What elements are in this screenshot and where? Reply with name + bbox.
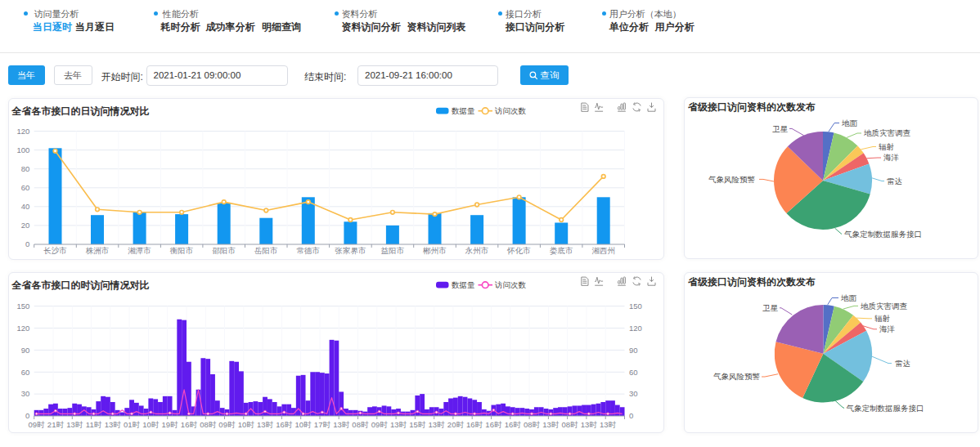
svg-text:13时: 13时: [542, 420, 560, 429]
svg-text:雷达: 雷达: [887, 177, 902, 186]
svg-text:地面: 地面: [840, 293, 857, 302]
svg-text:19时: 19时: [162, 420, 179, 429]
svg-text:湘潭市: 湘潭市: [128, 246, 151, 255]
svg-text:01时: 01时: [124, 420, 141, 429]
svg-text:衡阳市: 衡阳市: [170, 246, 194, 255]
svg-text:气象风险预警: 气象风险预警: [713, 372, 761, 381]
svg-text:雷达: 雷达: [895, 359, 910, 368]
svg-text:13时: 13时: [257, 420, 274, 429]
svg-text:邵阳市: 邵阳市: [212, 246, 236, 255]
svg-text:17时: 17时: [314, 420, 331, 429]
svg-text:11时: 11时: [86, 420, 102, 429]
svg-text:150: 150: [629, 302, 642, 311]
svg-text:13时: 13时: [581, 420, 598, 429]
svg-text:常德市: 常德市: [297, 246, 321, 255]
svg-text:60: 60: [21, 368, 30, 377]
svg-text:岳阳市: 岳阳市: [254, 246, 278, 255]
svg-text:30: 30: [629, 389, 638, 398]
svg-text:0: 0: [629, 411, 633, 420]
svg-text:90: 90: [629, 346, 638, 355]
svg-text:地面: 地面: [841, 118, 858, 127]
svg-text:株洲市: 株洲市: [86, 246, 110, 255]
svg-text:怀化市: 怀化市: [506, 246, 531, 255]
svg-text:地质灾害调查: 地质灾害调查: [860, 302, 908, 311]
svg-text:60: 60: [21, 183, 30, 192]
svg-text:13时: 13时: [105, 420, 122, 429]
svg-text:13时: 13时: [429, 420, 446, 429]
svg-text:16时: 16时: [181, 420, 198, 429]
svg-text:13时: 13时: [66, 420, 83, 429]
svg-text:永州市: 永州市: [465, 246, 489, 255]
svg-text:08时: 08时: [562, 420, 579, 429]
svg-text:120: 120: [16, 324, 29, 333]
svg-text:长沙市: 长沙市: [43, 246, 67, 255]
svg-text:气象风险预警: 气象风险预警: [708, 175, 756, 184]
svg-text:郴州市: 郴州市: [422, 246, 447, 255]
svg-text:09时: 09时: [29, 420, 46, 429]
svg-text:10时: 10时: [238, 420, 255, 429]
svg-text:08时: 08时: [524, 420, 541, 429]
svg-text:08时: 08时: [200, 420, 217, 429]
svg-text:16时: 16时: [505, 420, 522, 429]
svg-text:13时: 13时: [600, 420, 617, 429]
svg-text:13时: 13时: [333, 420, 350, 429]
svg-text:40: 40: [21, 202, 30, 211]
svg-text:张家界市: 张家界市: [335, 246, 366, 255]
svg-text:16时: 16时: [466, 420, 483, 429]
svg-text:09时: 09时: [218, 420, 236, 429]
svg-text:辐射: 辐射: [874, 314, 891, 323]
svg-text:120: 120: [629, 324, 642, 333]
svg-text:15时: 15时: [409, 420, 426, 429]
svg-text:120: 120: [16, 127, 29, 136]
svg-text:气象定制数据服务接口: 气象定制数据服务接口: [844, 230, 922, 239]
svg-text:30: 30: [21, 389, 30, 398]
svg-text:0: 0: [25, 411, 29, 420]
svg-text:海洋: 海洋: [883, 153, 899, 162]
svg-text:地质灾害调查: 地质灾害调查: [863, 128, 911, 137]
svg-text:辐射: 辐射: [879, 142, 895, 151]
svg-text:湘西州: 湘西州: [591, 246, 615, 255]
svg-text:16时: 16时: [485, 420, 502, 429]
svg-text:20时: 20时: [447, 420, 465, 429]
svg-text:10时: 10时: [142, 420, 160, 429]
svg-text:150: 150: [16, 302, 29, 311]
svg-text:卫星: 卫星: [762, 303, 779, 312]
svg-text:90: 90: [21, 346, 30, 355]
svg-text:80: 80: [21, 164, 30, 173]
svg-text:10时: 10时: [295, 420, 312, 429]
svg-text:08时: 08时: [352, 420, 369, 429]
svg-text:09时: 09时: [371, 420, 389, 429]
svg-text:21时: 21时: [47, 420, 65, 429]
svg-text:益阳市: 益阳市: [381, 246, 405, 255]
svg-text:海洋: 海洋: [879, 324, 895, 333]
svg-text:卫星: 卫星: [772, 124, 789, 133]
svg-text:娄底市: 娄底市: [550, 246, 573, 255]
svg-text:16时: 16时: [276, 420, 293, 429]
svg-text:20: 20: [21, 221, 30, 230]
svg-text:100: 100: [16, 145, 29, 154]
svg-text:0: 0: [25, 239, 29, 248]
svg-text:气象定制数据服务接口: 气象定制数据服务接口: [846, 404, 924, 413]
svg-text:13时: 13时: [390, 420, 407, 429]
svg-text:60: 60: [629, 368, 638, 377]
